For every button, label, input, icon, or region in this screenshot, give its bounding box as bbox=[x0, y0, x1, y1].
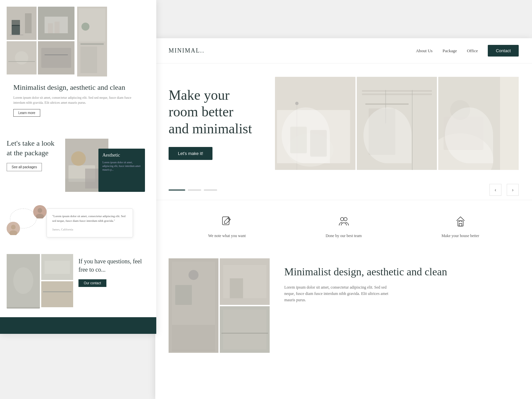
svg-rect-34 bbox=[45, 261, 70, 274]
navbar: MINIMAL.. About Us Package Office Contac… bbox=[155, 38, 532, 64]
svg-rect-49 bbox=[385, 90, 386, 123]
bottom-title: Minimalist design, aesthetic and clean bbox=[284, 265, 519, 279]
mosaic-img-4 bbox=[38, 41, 74, 74]
left-image-row bbox=[7, 7, 150, 78]
left-hero-section: Minimalist design, aesthetic and clean L… bbox=[0, 0, 156, 129]
nav-package[interactable]: Package bbox=[443, 48, 457, 54]
svg-point-66 bbox=[189, 270, 199, 280]
gallery-right-col bbox=[220, 258, 270, 305]
hero-section: Make your room better and minimalist Let… bbox=[155, 64, 532, 180]
svg-rect-2 bbox=[12, 20, 20, 26]
svg-rect-56 bbox=[444, 117, 483, 150]
svg-rect-43 bbox=[310, 130, 327, 157]
nav-contact-button[interactable]: Contact bbox=[488, 45, 519, 57]
svg-point-17 bbox=[81, 23, 89, 31]
svg-rect-4 bbox=[25, 13, 32, 33]
feature-team: Done by our best team bbox=[285, 213, 402, 238]
package-text: Let's take a look at the package See all… bbox=[7, 139, 60, 192]
nav-office[interactable]: Office bbox=[467, 48, 478, 54]
bottom-gallery bbox=[169, 258, 271, 353]
see-all-packages-button[interactable]: See all packages bbox=[7, 163, 42, 171]
svg-rect-53 bbox=[500, 77, 519, 170]
right-panel: MINIMAL.. About Us Package Office Contac… bbox=[155, 38, 532, 399]
left-hero-text: Minimalist design, aesthetic and clean L… bbox=[7, 83, 150, 122]
contact-img-right bbox=[41, 254, 73, 307]
svg-rect-62 bbox=[459, 223, 462, 226]
svg-rect-69 bbox=[223, 265, 266, 298]
svg-point-41 bbox=[287, 133, 333, 167]
hero-cta-button[interactable]: Let's make it! bbox=[169, 147, 212, 160]
svg-point-32 bbox=[13, 267, 33, 294]
slider-prev-button[interactable]: ‹ bbox=[489, 184, 501, 196]
feature-house-label: Make your house better bbox=[442, 233, 479, 238]
team-icon bbox=[336, 213, 352, 229]
bottom-section: Minimalist design, aesthetic and clean L… bbox=[155, 252, 532, 366]
slider-dot-2[interactable] bbox=[188, 190, 201, 191]
gallery-img-tr bbox=[220, 258, 270, 305]
testimonial-quote: "Lorem ipsum dolor sit amet, consectetur… bbox=[52, 214, 127, 223]
testimonial-bubble: "Lorem ipsum dolor sit amet, consectetur… bbox=[47, 208, 133, 237]
features-section: We note what you want Done by our best t… bbox=[155, 200, 532, 252]
feature-team-label: Done by our best team bbox=[326, 233, 362, 238]
contact-text: If you have questions, feel free to co..… bbox=[78, 254, 150, 307]
svg-rect-38 bbox=[277, 110, 350, 163]
package-dark-card: Aesthetic Lorem ipsum dolor sit amet, ad… bbox=[98, 149, 145, 192]
slider-dots bbox=[169, 190, 484, 191]
testimonial-author: James, California bbox=[52, 228, 73, 231]
contact-button[interactable]: Our contact bbox=[78, 279, 106, 287]
contact-img-br bbox=[41, 281, 73, 307]
slider-controls: ‹ › bbox=[155, 180, 532, 200]
hero-text: Make your room better and minimalist Let… bbox=[169, 77, 262, 170]
svg-rect-1 bbox=[12, 25, 20, 35]
bottom-text: Minimalist design, aesthetic and clean L… bbox=[284, 258, 519, 353]
svg-point-10 bbox=[15, 51, 28, 65]
svg-rect-73 bbox=[221, 333, 268, 333]
contact-img-large bbox=[7, 254, 40, 309]
package-images: Aesthetic Lorem ipsum dolor sit amet, ad… bbox=[65, 139, 150, 192]
feature-note: We note what you want bbox=[169, 213, 285, 238]
svg-rect-50 bbox=[365, 103, 409, 105]
svg-point-22 bbox=[71, 151, 86, 166]
svg-rect-70 bbox=[230, 278, 243, 298]
left-hero-title: Minimalist design, aesthetic and clean bbox=[13, 83, 143, 92]
svg-point-26 bbox=[38, 208, 42, 213]
svg-rect-18 bbox=[80, 43, 104, 45]
contact-section: If you have questions, feel free to co..… bbox=[0, 247, 156, 317]
svg-point-55 bbox=[438, 133, 493, 170]
nav-about[interactable]: About Us bbox=[416, 48, 433, 54]
left-footer-bar bbox=[0, 317, 156, 334]
slider-dot-1[interactable] bbox=[169, 190, 185, 191]
svg-rect-24 bbox=[85, 169, 98, 189]
hero-img-2 bbox=[357, 77, 437, 170]
mosaic-img-1 bbox=[7, 7, 37, 40]
svg-rect-11 bbox=[8, 61, 35, 62]
house-icon bbox=[453, 213, 468, 229]
svg-rect-47 bbox=[362, 93, 432, 95]
svg-rect-13 bbox=[41, 48, 71, 68]
svg-rect-72 bbox=[223, 310, 266, 349]
feature-house: Make your house better bbox=[402, 213, 519, 238]
feature-note-label: We note what you want bbox=[208, 233, 246, 238]
package-section: Let's take a look at the package See all… bbox=[0, 129, 156, 202]
svg-point-59 bbox=[340, 217, 344, 221]
avatar-top bbox=[33, 205, 47, 218]
slider-next-button[interactable]: › bbox=[507, 184, 519, 196]
gallery-img-tall bbox=[169, 258, 218, 353]
package-dark-body: Lorem ipsum dolor sit amet, adipiscing e… bbox=[102, 161, 141, 172]
svg-rect-19 bbox=[80, 47, 97, 73]
left-hero-body: Lorem ipsum dolor sit amet, consectetur … bbox=[13, 95, 143, 105]
svg-rect-65 bbox=[175, 285, 192, 305]
mosaic-img-2 bbox=[38, 7, 74, 40]
nav-links: About Us Package Office Contact bbox=[416, 45, 519, 57]
svg-rect-67 bbox=[172, 325, 215, 351]
svg-rect-48 bbox=[412, 90, 413, 170]
testimonial-section: "Lorem ipsum dolor sit amet, consectetur… bbox=[0, 202, 156, 247]
learn-more-button[interactable]: Learn more bbox=[13, 109, 40, 117]
svg-point-57 bbox=[450, 100, 470, 120]
slider-dot-3[interactable] bbox=[204, 190, 217, 191]
svg-rect-42 bbox=[290, 127, 307, 153]
svg-point-60 bbox=[344, 217, 347, 221]
avatar-left bbox=[7, 222, 20, 235]
svg-rect-8 bbox=[55, 22, 60, 33]
svg-rect-46 bbox=[362, 90, 432, 92]
